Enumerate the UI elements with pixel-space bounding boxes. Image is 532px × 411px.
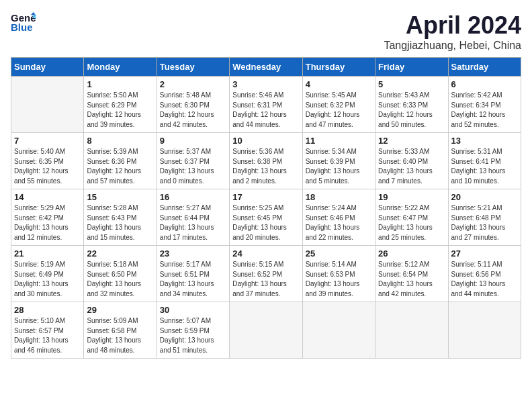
- calendar-week-5: 28Sunrise: 5:10 AM Sunset: 6:57 PM Dayli…: [11, 302, 521, 359]
- day-number: 6: [451, 79, 518, 89]
- day-info: Sunrise: 5:36 AM Sunset: 6:38 PM Dayligh…: [232, 147, 299, 186]
- day-info: Sunrise: 5:22 AM Sunset: 6:47 PM Dayligh…: [378, 203, 445, 242]
- day-number: 13: [451, 136, 518, 146]
- logo-icon: General Blue: [11, 11, 36, 35]
- calendar-cell: 8Sunrise: 5:39 AM Sunset: 6:36 PM Daylig…: [84, 133, 157, 189]
- column-header-thursday: Thursday: [302, 58, 375, 77]
- day-number: 14: [14, 192, 81, 202]
- day-number: 7: [14, 136, 81, 146]
- day-info: Sunrise: 5:19 AM Sunset: 6:49 PM Dayligh…: [14, 260, 81, 299]
- day-info: Sunrise: 5:34 AM Sunset: 6:39 PM Dayligh…: [306, 147, 372, 186]
- day-info: Sunrise: 5:48 AM Sunset: 6:30 PM Dayligh…: [160, 91, 226, 130]
- day-info: Sunrise: 5:11 AM Sunset: 6:56 PM Dayligh…: [451, 260, 518, 299]
- calendar-cell: 21Sunrise: 5:19 AM Sunset: 6:49 PM Dayli…: [11, 246, 84, 302]
- calendar-cell: 5Sunrise: 5:43 AM Sunset: 6:33 PM Daylig…: [375, 77, 448, 133]
- day-number: 24: [232, 248, 299, 259]
- column-header-wednesday: Wednesday: [230, 58, 302, 77]
- day-number: 19: [378, 192, 445, 202]
- calendar-week-1: 1Sunrise: 5:50 AM Sunset: 6:29 PM Daylig…: [11, 77, 521, 133]
- calendar-cell: [302, 302, 375, 359]
- calendar-cell: 12Sunrise: 5:33 AM Sunset: 6:40 PM Dayli…: [375, 133, 448, 189]
- day-info: Sunrise: 5:21 AM Sunset: 6:48 PM Dayligh…: [451, 203, 518, 242]
- day-info: Sunrise: 5:33 AM Sunset: 6:40 PM Dayligh…: [378, 147, 445, 186]
- day-info: Sunrise: 5:27 AM Sunset: 6:44 PM Dayligh…: [160, 203, 226, 242]
- day-info: Sunrise: 5:37 AM Sunset: 6:37 PM Dayligh…: [160, 147, 226, 186]
- day-number: 3: [232, 79, 299, 89]
- calendar-week-2: 7Sunrise: 5:40 AM Sunset: 6:35 PM Daylig…: [11, 133, 521, 189]
- day-info: Sunrise: 5:39 AM Sunset: 6:36 PM Dayligh…: [87, 147, 153, 186]
- day-number: 27: [451, 248, 518, 259]
- day-number: 23: [160, 248, 226, 259]
- day-number: 2: [160, 79, 226, 89]
- column-header-monday: Monday: [84, 58, 157, 77]
- day-number: 18: [306, 192, 372, 202]
- day-number: 1: [87, 79, 153, 89]
- day-number: 4: [306, 79, 372, 89]
- day-info: Sunrise: 5:31 AM Sunset: 6:41 PM Dayligh…: [451, 147, 518, 186]
- day-info: Sunrise: 5:40 AM Sunset: 6:35 PM Dayligh…: [14, 147, 81, 186]
- day-number: 26: [378, 248, 445, 259]
- day-info: Sunrise: 5:12 AM Sunset: 6:54 PM Dayligh…: [378, 260, 445, 299]
- calendar-cell: 25Sunrise: 5:14 AM Sunset: 6:53 PM Dayli…: [302, 246, 375, 302]
- calendar-cell: 10Sunrise: 5:36 AM Sunset: 6:38 PM Dayli…: [230, 133, 302, 189]
- column-header-friday: Friday: [375, 58, 448, 77]
- day-number: 28: [14, 305, 81, 315]
- calendar-cell: [230, 302, 302, 359]
- calendar-cell: [375, 302, 448, 359]
- day-info: Sunrise: 5:45 AM Sunset: 6:32 PM Dayligh…: [306, 91, 372, 130]
- calendar-body: 1Sunrise: 5:50 AM Sunset: 6:29 PM Daylig…: [11, 77, 521, 359]
- day-number: 9: [160, 136, 226, 146]
- calendar-cell: [448, 302, 521, 359]
- calendar-cell: [11, 77, 84, 133]
- calendar-table: SundayMondayTuesdayWednesdayThursdayFrid…: [11, 57, 521, 359]
- svg-text:Blue: Blue: [11, 21, 33, 33]
- day-info: Sunrise: 5:43 AM Sunset: 6:33 PM Dayligh…: [378, 91, 445, 130]
- day-number: 22: [87, 248, 153, 259]
- calendar-week-4: 21Sunrise: 5:19 AM Sunset: 6:49 PM Dayli…: [11, 246, 521, 302]
- calendar-cell: 19Sunrise: 5:22 AM Sunset: 6:47 PM Dayli…: [375, 189, 448, 246]
- day-info: Sunrise: 5:18 AM Sunset: 6:50 PM Dayligh…: [87, 260, 153, 299]
- day-info: Sunrise: 5:17 AM Sunset: 6:51 PM Dayligh…: [160, 260, 226, 299]
- column-header-tuesday: Tuesday: [157, 58, 229, 77]
- day-number: 16: [160, 192, 226, 202]
- day-info: Sunrise: 5:46 AM Sunset: 6:31 PM Dayligh…: [232, 91, 299, 130]
- calendar-header-row: SundayMondayTuesdayWednesdayThursdayFrid…: [11, 58, 521, 77]
- day-number: 25: [306, 248, 372, 259]
- calendar-cell: 1Sunrise: 5:50 AM Sunset: 6:29 PM Daylig…: [84, 77, 157, 133]
- day-number: 12: [378, 136, 445, 146]
- calendar-week-3: 14Sunrise: 5:29 AM Sunset: 6:42 PM Dayli…: [11, 189, 521, 246]
- calendar-cell: 20Sunrise: 5:21 AM Sunset: 6:48 PM Dayli…: [448, 189, 521, 246]
- calendar-cell: 7Sunrise: 5:40 AM Sunset: 6:35 PM Daylig…: [11, 133, 84, 189]
- header: General Blue April 2024 Tangjiazhuang, H…: [11, 11, 521, 52]
- calendar-cell: 17Sunrise: 5:25 AM Sunset: 6:45 PM Dayli…: [230, 189, 302, 246]
- day-info: Sunrise: 5:29 AM Sunset: 6:42 PM Dayligh…: [14, 203, 81, 242]
- calendar-cell: 15Sunrise: 5:28 AM Sunset: 6:43 PM Dayli…: [84, 189, 157, 246]
- day-info: Sunrise: 5:25 AM Sunset: 6:45 PM Dayligh…: [232, 203, 299, 242]
- calendar-cell: 11Sunrise: 5:34 AM Sunset: 6:39 PM Dayli…: [302, 133, 375, 189]
- day-number: 21: [14, 248, 81, 259]
- calendar-cell: 6Sunrise: 5:42 AM Sunset: 6:34 PM Daylig…: [448, 77, 521, 133]
- day-info: Sunrise: 5:07 AM Sunset: 6:59 PM Dayligh…: [160, 316, 226, 355]
- day-number: 8: [87, 136, 153, 146]
- day-number: 5: [378, 79, 445, 89]
- logo: General Blue: [11, 11, 36, 35]
- day-number: 30: [160, 305, 226, 315]
- calendar-cell: 18Sunrise: 5:24 AM Sunset: 6:46 PM Dayli…: [302, 189, 375, 246]
- calendar-cell: 29Sunrise: 5:09 AM Sunset: 6:58 PM Dayli…: [84, 302, 157, 359]
- day-info: Sunrise: 5:15 AM Sunset: 6:52 PM Dayligh…: [232, 260, 299, 299]
- day-number: 10: [232, 136, 299, 146]
- month-title: April 2024: [384, 11, 521, 40]
- calendar-cell: 9Sunrise: 5:37 AM Sunset: 6:37 PM Daylig…: [157, 133, 229, 189]
- calendar-cell: 13Sunrise: 5:31 AM Sunset: 6:41 PM Dayli…: [448, 133, 521, 189]
- day-info: Sunrise: 5:28 AM Sunset: 6:43 PM Dayligh…: [87, 203, 153, 242]
- title-block: April 2024 Tangjiazhuang, Hebei, China: [384, 11, 521, 52]
- column-header-saturday: Saturday: [448, 58, 521, 77]
- calendar-cell: 22Sunrise: 5:18 AM Sunset: 6:50 PM Dayli…: [84, 246, 157, 302]
- calendar-cell: 23Sunrise: 5:17 AM Sunset: 6:51 PM Dayli…: [157, 246, 229, 302]
- calendar-cell: 28Sunrise: 5:10 AM Sunset: 6:57 PM Dayli…: [11, 302, 84, 359]
- day-info: Sunrise: 5:50 AM Sunset: 6:29 PM Dayligh…: [87, 91, 153, 130]
- day-info: Sunrise: 5:10 AM Sunset: 6:57 PM Dayligh…: [14, 316, 81, 355]
- column-header-sunday: Sunday: [11, 58, 84, 77]
- day-info: Sunrise: 5:09 AM Sunset: 6:58 PM Dayligh…: [87, 316, 153, 355]
- day-number: 29: [87, 305, 153, 315]
